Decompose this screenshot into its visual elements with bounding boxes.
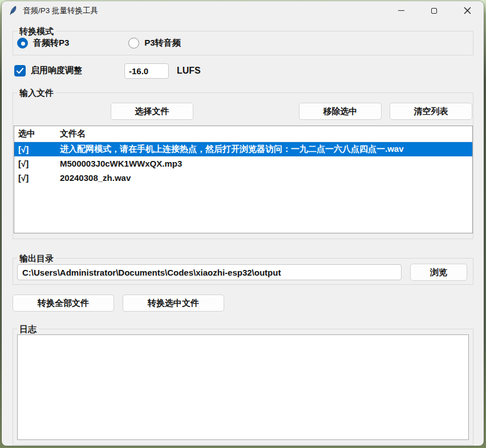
loudness-checkbox-label: 启用响度调整 [31, 65, 82, 76]
action-button-row: 转换全部文件 转换选中文件 [13, 294, 224, 312]
log-textarea[interactable] [17, 334, 469, 440]
row-filename-cell: 20240308_zh.wav [58, 173, 472, 183]
maximize-button[interactable] [418, 1, 451, 20]
radio-audio-to-p3-label: 音频转P3 [33, 38, 69, 49]
app-window: 音频/P3 批量转换工具 转换模式 音频转P3 P3转音频 [2, 1, 484, 446]
minimize-icon [398, 10, 404, 11]
close-icon [464, 7, 471, 14]
input-files-legend: 输入文件 [17, 87, 56, 98]
title-bar: 音频/P3 批量转换工具 [2, 1, 484, 20]
close-button[interactable] [451, 1, 484, 20]
minimize-button[interactable] [384, 1, 418, 20]
lufs-unit-label: LUFS [177, 66, 201, 76]
feather-app-icon [8, 6, 18, 15]
window-title: 音频/P3 批量转换工具 [23, 6, 98, 16]
row-checked-cell: [√] [14, 144, 58, 154]
input-files-group: 输入文件 选择文件 移除选中 清空列表 选中 文件名 [√] 进入配网模式，请在… [13, 92, 473, 239]
conversion-mode-legend: 转换模式 [17, 26, 56, 37]
table-row[interactable]: [√] 20240308_zh.wav [14, 171, 472, 185]
file-table: 选中 文件名 [√] 进入配网模式，请在手机上连接热点，然后打开浏览器访问：一九… [14, 126, 473, 233]
browse-button[interactable]: 浏览 [410, 264, 467, 281]
row-filename-cell: 进入配网模式，请在手机上连接热点，然后打开浏览器访问：一九二点一六八点四点一.w… [58, 144, 472, 155]
row-checked-cell: [√] [14, 159, 58, 168]
lufs-value-input[interactable] [124, 63, 169, 79]
radio-unselected-icon [128, 38, 139, 49]
radio-audio-to-p3[interactable]: 音频转P3 [17, 38, 69, 49]
conversion-mode-group: 转换模式 音频转P3 P3转音频 [13, 31, 473, 55]
row-filename-cell: M500003J0cWK1WWxQX.mp3 [58, 159, 472, 168]
loudness-checkbox[interactable] [14, 65, 26, 76]
radio-p3-to-audio[interactable]: P3转音频 [128, 38, 180, 49]
output-directory-group: 输出目录 浏览 [13, 258, 473, 285]
remove-selected-button[interactable]: 移除选中 [299, 103, 382, 120]
select-files-button[interactable]: 选择文件 [111, 103, 193, 120]
checkmark-icon [15, 66, 25, 75]
mode-radio-row: 音频转P3 P3转音频 [17, 38, 181, 49]
log-group: 日志 [13, 329, 473, 445]
radio-p3-to-audio-label: P3转音频 [144, 38, 180, 49]
radio-selected-icon [17, 38, 28, 49]
output-path-input[interactable] [17, 264, 402, 280]
convert-selected-button[interactable]: 转换选中文件 [123, 294, 224, 312]
convert-all-button[interactable]: 转换全部文件 [13, 294, 114, 312]
header-filename-column[interactable]: 文件名 [58, 128, 472, 139]
header-checked-column[interactable]: 选中 [14, 128, 58, 139]
table-row[interactable]: [√] M500003J0cWK1WWxQX.mp3 [14, 156, 472, 171]
log-legend: 日志 [17, 324, 39, 334]
output-directory-legend: 输出目录 [17, 253, 56, 264]
clear-list-button[interactable]: 清空列表 [390, 103, 472, 120]
window-controls [384, 1, 484, 20]
row-checked-cell: [√] [14, 173, 58, 183]
file-table-header: 选中 文件名 [14, 126, 472, 142]
loudness-row: 启用响度调整 LUFS [13, 63, 473, 79]
table-row[interactable]: [√] 进入配网模式，请在手机上连接热点，然后打开浏览器访问：一九二点一六八点四… [14, 142, 472, 156]
maximize-icon [431, 8, 437, 14]
